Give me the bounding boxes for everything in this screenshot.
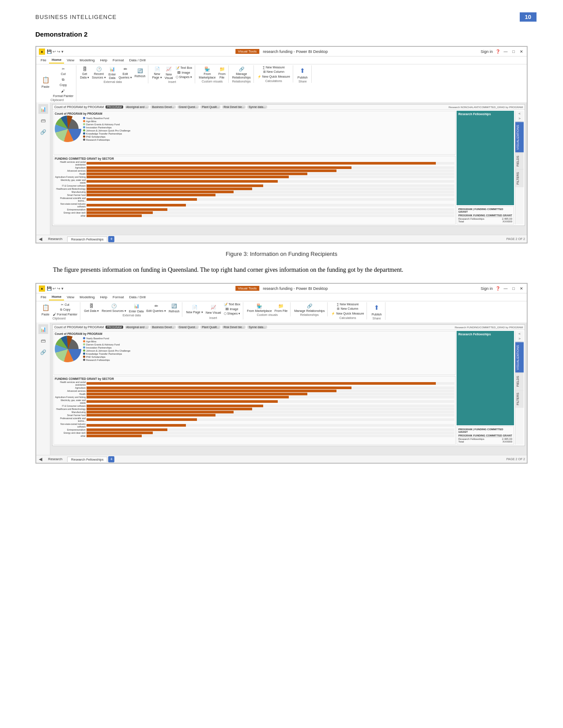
tab-modelling-2[interactable]: Modelling <box>77 294 97 300</box>
tab-data-drill-2[interactable]: Data / Drill <box>126 294 148 300</box>
textbox-btn-2[interactable]: 📝 Text Box <box>223 302 242 307</box>
publish-button[interactable]: ⬆ Publish <box>296 65 309 79</box>
tab-help[interactable]: Help <box>98 57 110 63</box>
visual-tools-tab[interactable]: Visual Tools <box>235 49 259 54</box>
new-measure-button[interactable]: ∑ New Measure <box>257 65 291 69</box>
sidebar-tab-fields[interactable]: FIELDS <box>515 153 524 169</box>
format-painter-button-2[interactable]: 🖌 Format Painter <box>52 312 78 316</box>
chip-risk[interactable]: Risk Devel ble... <box>222 105 246 109</box>
paste-button-2[interactable]: 📋 Paste <box>40 302 51 316</box>
chip-program[interactable]: PROGRAM <box>106 105 123 109</box>
get-data-btn-2[interactable]: 🗄Get Data ▾ <box>83 302 100 313</box>
arrow-right-2[interactable]: > <box>518 337 521 341</box>
tab-home[interactable]: Home <box>49 57 64 64</box>
qat-dropdown[interactable]: ▾ <box>61 49 64 54</box>
visual-tools-tab-2[interactable]: Visual Tools <box>235 286 259 291</box>
new-column-button[interactable]: ⊞ New Column <box>257 70 291 74</box>
close-btn-2[interactable]: ✕ <box>519 286 524 291</box>
new-page-button[interactable]: 📄 New Page ▾ <box>151 65 162 80</box>
tab-file-2[interactable]: File <box>38 294 49 300</box>
add-page-button-2[interactable]: + <box>108 456 114 462</box>
new-page-btn-2[interactable]: 📄New Page ▾ <box>185 304 204 315</box>
arrow-left-2[interactable]: < <box>518 332 521 336</box>
edit-queries-btn-2[interactable]: ✏Edit Queries ▾ <box>145 302 166 313</box>
tab-data-drill[interactable]: Data / Drill <box>126 57 148 63</box>
maximize-btn[interactable]: □ <box>511 49 516 54</box>
sidebar-tab-filters-2[interactable]: FILTERS <box>515 390 524 408</box>
tab-view-2[interactable]: View <box>64 294 77 300</box>
arrow-right[interactable]: > <box>518 116 521 120</box>
page-tab-fellowships-2[interactable]: Research Fellowships <box>67 457 107 462</box>
shapes-btn-2[interactable]: ⬡ Shapes ▾ <box>223 311 242 316</box>
relationship-view-icon-2[interactable]: 🔗 <box>38 347 48 357</box>
save-btn[interactable]: 💾 <box>47 49 52 54</box>
data-view-icon[interactable]: 🗃 <box>38 116 48 125</box>
edit-queries-button[interactable]: ✏ Edit Queries ▾ <box>117 65 132 80</box>
add-page-button[interactable]: + <box>108 236 114 242</box>
chip-grand-2[interactable]: Grand Quest... <box>178 326 199 329</box>
arrow-left[interactable]: < <box>518 112 521 116</box>
manage-relationships-button[interactable]: 🔗 Manage Relationships <box>231 65 252 79</box>
close-btn[interactable]: ✕ <box>519 49 524 54</box>
data-view-icon-2[interactable]: 🗃 <box>38 336 48 345</box>
tab-file[interactable]: File <box>38 57 49 63</box>
marketplace-button[interactable]: 🏪 From Marketplace <box>198 65 216 79</box>
refresh-btn-2[interactable]: 🔄Refresh <box>168 303 181 313</box>
image-btn-2[interactable]: 🖼 Image <box>223 307 242 311</box>
page-nav-prev[interactable]: ◀ <box>38 236 43 241</box>
from-file-btn-2[interactable]: 📁From File <box>274 302 289 313</box>
minimize-btn-2[interactable]: — <box>503 286 508 291</box>
publish-btn-2[interactable]: ⬆ Publish <box>370 302 383 316</box>
tab-format-2[interactable]: Format <box>110 294 126 300</box>
cut-button[interactable]: ✂ Cut <box>52 65 74 76</box>
redo-btn[interactable]: ↪ <box>57 49 60 54</box>
recent-sources-button[interactable]: 🕐 Recent Sources ▾ <box>91 65 107 80</box>
marketplace-btn-2[interactable]: 🏪From Marketplace <box>246 302 272 313</box>
help-icon-2[interactable]: ❓ <box>495 286 500 291</box>
image-button[interactable]: 🖼 Image <box>175 71 193 75</box>
report-view-icon-2[interactable]: 📊 <box>38 324 48 334</box>
undo-btn[interactable]: ↩ <box>53 49 56 54</box>
chip-plant[interactable]: Plant Qualit... <box>200 105 220 109</box>
enter-data-btn-2[interactable]: 📊Enter Data <box>128 303 144 313</box>
sign-in-link-2[interactable]: Sign in <box>480 286 493 291</box>
help-icon[interactable]: ❓ <box>495 49 500 54</box>
sidebar-tab-visualizations[interactable]: VISUALIZATIONS <box>515 122 524 153</box>
paste-button[interactable]: 📋 Paste <box>40 75 51 89</box>
new-column-btn-2[interactable]: ⊞ New Column <box>330 307 365 311</box>
sidebar-tab-fields-2[interactable]: FIELDS <box>515 373 524 390</box>
tab-view[interactable]: View <box>64 57 77 63</box>
copy-button[interactable]: ⧉ Copy <box>52 76 74 87</box>
tab-modelling[interactable]: Modelling <box>77 57 97 63</box>
text-box-button[interactable]: 📝 Text Box <box>175 66 193 70</box>
undo-btn-2[interactable]: ↩ <box>53 286 56 291</box>
save-btn-2[interactable]: 💾 <box>47 286 52 291</box>
format-painter-button[interactable]: 🖌 Format Painter <box>52 87 74 98</box>
new-visual-button[interactable]: 📈 New Visual <box>164 66 174 80</box>
new-quick-measure-button[interactable]: ⚡ New Quick Measure <box>257 75 291 79</box>
chip-synne[interactable]: Synne data... <box>247 105 267 109</box>
chip-plant-2[interactable]: Plant Qualit... <box>200 326 220 329</box>
chip-business[interactable]: Business Devel... <box>151 105 175 109</box>
cut-button-2[interactable]: ✂ Cut <box>52 303 78 307</box>
page-nav-prev-2[interactable]: ◀ <box>38 457 43 462</box>
relationship-view-icon[interactable]: 🔗 <box>38 127 48 137</box>
refresh-button[interactable]: 🔄 Refresh <box>134 68 147 78</box>
page-tab-research[interactable]: Research <box>44 236 66 242</box>
get-data-button[interactable]: 🗄 Get Data ▾ <box>79 65 90 80</box>
recent-sources-btn-2[interactable]: 🕐Recent Sources ▾ <box>101 302 127 313</box>
redo-btn-2[interactable]: ↪ <box>57 286 60 291</box>
tab-home-2[interactable]: Home <box>49 294 64 300</box>
page-tab-research-2[interactable]: Research <box>44 456 66 462</box>
chip-risk-2[interactable]: Risk Devel ble... <box>222 326 246 329</box>
copy-button-2[interactable]: ⧉ Copy <box>52 308 78 312</box>
page-tab-fellowships[interactable]: Research Fellowships <box>67 236 107 242</box>
chip-program-2[interactable]: PROGRAM <box>106 326 123 329</box>
minimize-btn[interactable]: — <box>503 49 508 54</box>
new-measure-btn-2[interactable]: ∑ New Measure <box>330 302 365 306</box>
tab-format[interactable]: Format <box>110 57 126 63</box>
shapes-button[interactable]: ⬡ Shapes ▾ <box>175 75 193 79</box>
enter-data-button[interactable]: 📊 Enter Data <box>108 66 117 80</box>
chip-grand[interactable]: Grand Quest... <box>178 105 199 109</box>
tab-help-2[interactable]: Help <box>98 294 110 300</box>
